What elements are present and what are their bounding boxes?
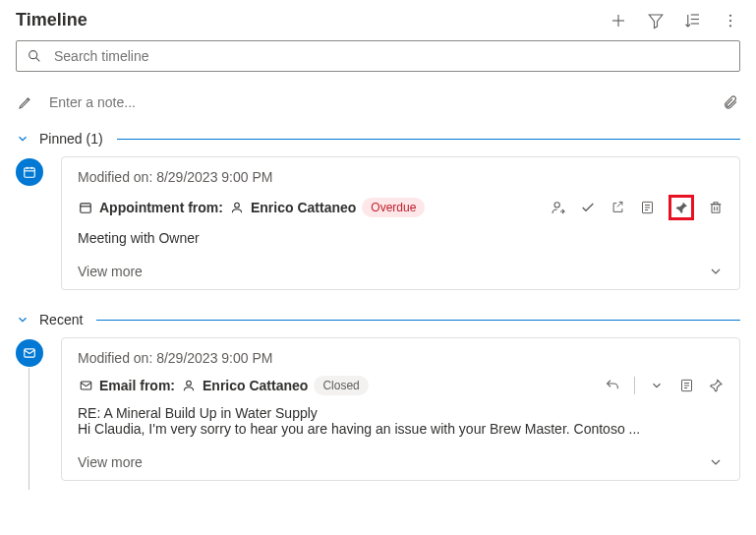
svg-point-8 <box>729 25 731 27</box>
view-more-link[interactable]: View more <box>78 454 143 470</box>
person-icon <box>181 378 197 393</box>
section-recent-header[interactable]: Recent <box>16 312 740 327</box>
reply-icon[interactable] <box>605 378 620 393</box>
svg-point-9 <box>29 51 37 59</box>
svg-point-6 <box>729 14 731 16</box>
svg-rect-15 <box>81 204 91 212</box>
svg-marker-2 <box>649 15 663 29</box>
note-row[interactable] <box>16 89 740 123</box>
filter-button[interactable] <box>646 11 666 30</box>
chevron-down-icon[interactable] <box>708 264 724 279</box>
pencil-icon <box>18 94 33 110</box>
pin-icon-highlighted[interactable] <box>669 195 694 220</box>
svg-rect-11 <box>25 168 35 177</box>
note-input[interactable] <box>47 93 709 111</box>
email-preview: Hi Claudia, I'm very sorry to hear you a… <box>78 421 724 437</box>
attachment-icon[interactable] <box>723 94 738 110</box>
search-input[interactable] <box>52 47 729 65</box>
search-icon <box>27 48 42 64</box>
more-button[interactable] <box>721 11 740 30</box>
activity-type-label: Appointment from: <box>99 200 223 215</box>
person-name[interactable]: Enrico Cattaneo <box>203 378 308 393</box>
sort-button[interactable] <box>683 11 703 30</box>
calendar-icon <box>16 158 43 186</box>
activity-type-label: Email from: <box>99 378 175 393</box>
note-icon[interactable] <box>678 378 694 393</box>
close-activity-icon[interactable] <box>580 200 596 215</box>
section-pinned-label: Pinned (1) <box>39 131 103 147</box>
view-more-link[interactable]: View more <box>78 264 143 279</box>
svg-point-18 <box>554 203 559 208</box>
chevron-down-icon[interactable] <box>708 454 724 470</box>
assign-icon[interactable] <box>551 200 566 215</box>
email-subject: RE: A Mineral Build Up in Water Supply <box>78 405 724 421</box>
svg-point-29 <box>187 381 192 386</box>
svg-rect-23 <box>712 205 720 213</box>
calendar-small-icon <box>78 200 93 215</box>
person-name[interactable]: Enrico Cattaneo <box>251 200 356 215</box>
email-small-icon <box>78 378 93 393</box>
recent-card[interactable]: Modified on: 8/29/2023 9:00 PM Email fro… <box>61 337 740 481</box>
section-divider <box>117 139 740 140</box>
card-body: Meeting with Owner <box>78 230 724 246</box>
section-recent-label: Recent <box>39 312 83 327</box>
page-title: Timeline <box>16 10 87 30</box>
svg-point-7 <box>729 19 731 21</box>
open-record-icon[interactable] <box>610 200 625 215</box>
status-badge-overdue: Overdue <box>362 198 425 217</box>
section-divider <box>96 320 740 321</box>
note-icon[interactable] <box>639 200 655 215</box>
action-divider <box>634 377 635 394</box>
modified-on: Modified on: 8/29/2023 9:00 PM <box>78 169 724 185</box>
person-icon <box>229 200 245 215</box>
svg-line-10 <box>36 58 40 62</box>
delete-icon[interactable] <box>708 200 724 215</box>
pinned-card[interactable]: Modified on: 8/29/2023 9:00 PM Appointme… <box>61 156 740 290</box>
chevron-down-icon[interactable] <box>16 132 29 146</box>
search-box[interactable] <box>16 40 740 72</box>
email-icon <box>16 339 43 367</box>
modified-on: Modified on: 8/29/2023 9:00 PM <box>78 350 724 366</box>
status-badge-closed: Closed <box>314 376 368 395</box>
reply-menu-chevron-icon[interactable] <box>649 378 665 393</box>
section-pinned-header[interactable]: Pinned (1) <box>16 131 740 147</box>
chevron-down-icon[interactable] <box>16 313 29 327</box>
svg-point-17 <box>235 203 240 208</box>
add-button[interactable] <box>609 11 628 30</box>
pin-icon[interactable] <box>708 378 724 393</box>
